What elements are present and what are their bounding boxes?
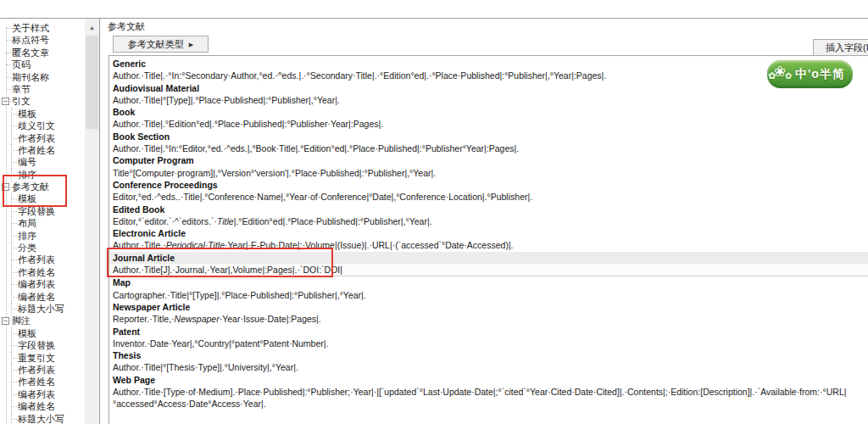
tree-tick: [6, 28, 11, 29]
sidebar-item-citation-sort-order[interactable]: 排序: [0, 169, 85, 181]
entry-type-label[interactable]: Computer Program: [113, 154, 860, 166]
tree-tick: [11, 259, 17, 260]
sidebar-item-footnote-title-capitalization[interactable]: 标题大小写: [0, 413, 85, 424]
template-entry-audiovisual-material: Audiovisual MaterialAuthor.·Title|°[Type…: [113, 82, 860, 107]
tree-tick: [11, 272, 17, 273]
flower-icon: ✿: [768, 70, 776, 81]
sidebar-item-about-style[interactable]: 关于样式: [0, 22, 85, 34]
entry-template-text[interactable]: Inventor.·Date·Year|,°Country|°patent°Pa…: [113, 338, 860, 349]
entry-template-text[interactable]: Author.·Title·[Type·of·Medium].·Place·Pu…: [113, 386, 860, 410]
entry-template-text[interactable]: Author.·Title.·Periodical·Title·Year|·E-…: [113, 239, 860, 251]
sidebar-item-footnote-field-substitutions[interactable]: 字段替换: [0, 339, 85, 351]
entry-type-label[interactable]: Electronic Article: [113, 227, 860, 239]
sidebar-item-layout[interactable]: 布局: [0, 217, 85, 229]
sidebar-item-categories[interactable]: 分类: [0, 242, 85, 254]
sidebar-item-page-numbers[interactable]: 页码: [0, 59, 85, 70]
entry-template-text[interactable]: Author.·Title|.°In:°Editor,°ed.·^eds.|,°…: [113, 142, 860, 154]
sidebar-item-citation-templates[interactable]: 模板: [0, 108, 85, 120]
entry-type-label[interactable]: Web Page: [113, 374, 860, 386]
sidebar-item-label: 模板: [18, 109, 36, 119]
sidebar-item-label: 关于样式: [12, 23, 49, 33]
entry-type-label[interactable]: Book Section: [113, 131, 860, 142]
sidebar-item-punctuation[interactable]: 标点符号: [0, 34, 85, 46]
sidebar-item-footnote-author-name[interactable]: 作者姓名: [0, 376, 85, 388]
template-entry-book-section: Book SectionAuthor.·Title|.°In:°Editor,°…: [113, 131, 860, 155]
sidebar-item-bibliography-sort-order[interactable]: 排序: [0, 230, 85, 242]
sidebar-item-ambiguous-citations[interactable]: 歧义引文: [0, 120, 85, 131]
sidebar-item-label: 排序: [18, 231, 36, 241]
entry-template-text[interactable]: Cartographer.·Title|°[Type]|.°Place·Publ…: [113, 289, 860, 301]
collapse-icon[interactable]: −: [2, 317, 9, 325]
tree-tick: [11, 345, 17, 346]
reference-types-button-label: 参考文献类型: [128, 39, 184, 49]
sidebar-item-label: 参考文献: [12, 181, 49, 192]
sidebar-item-footnote-author-lists[interactable]: 作者列表: [0, 364, 85, 376]
sidebar-item-anonymous-works[interactable]: 匿名文章: [0, 47, 85, 59]
sidebar-item-label: 脚注: [12, 315, 31, 326]
sidebar-item-bibliography-editor-name[interactable]: 编者姓名: [0, 291, 85, 303]
entry-template-text[interactable]: Author.·Title|.°Edition°ed|.°Place·Publi…: [113, 118, 860, 130]
scroll-up-icon[interactable]: ▲: [85, 20, 99, 35]
sidebar-item-journal-names[interactable]: 期刊名称: [0, 71, 85, 83]
sidebar-scrollbar[interactable]: ▲: [85, 19, 99, 424]
entry-type-label[interactable]: Patent: [113, 326, 860, 338]
entry-template-text[interactable]: Author.·Title|°[Thesis·Type]|.°Universit…: [113, 361, 860, 373]
entry-type-label[interactable]: Book: [113, 106, 860, 118]
sidebar-item-footnote-editor-name[interactable]: 编者姓名: [0, 400, 85, 412]
entry-type-label[interactable]: Journal Article: [109, 252, 868, 264]
sidebar-tree: 关于样式标点符号匿名文章页码期刊名称章节−引文模板歧义引文作者列表作者姓名编号排…: [0, 22, 85, 424]
entry-template-text[interactable]: Editor,°ed.·^eds..·Title|.°Conference·Na…: [113, 191, 860, 203]
entry-type-label[interactable]: Map: [113, 276, 860, 288]
entry-type-label[interactable]: Newspaper Article: [113, 301, 860, 313]
sidebar-item-bibliography[interactable]: −参考文献: [0, 181, 85, 192]
sidebar-item-bibliography-author-lists[interactable]: 作者列表: [0, 254, 85, 265]
entry-template-text[interactable]: Editor,°`editor.`·^`editors.`·Title|.°Ed…: [113, 215, 860, 227]
sidebar-item-label: 匿名文章: [12, 47, 49, 58]
sidebar-item-label: 作者姓名: [18, 267, 55, 277]
sidebar-item-label: 编者姓名: [18, 401, 55, 411]
sidebar-item-label: 模板: [18, 328, 36, 338]
entry-template-text[interactable]: Title°[Computer·program]|,°Version°'vers…: [113, 167, 860, 179]
sidebar-item-citation-author-lists[interactable]: 作者列表: [0, 132, 85, 144]
insert-field-button[interactable]: 插入字段(I: [813, 39, 868, 56]
template-entry-book: BookAuthor.·Title|.°Edition°ed|.°Place·P…: [113, 106, 860, 131]
sidebar-item-citation-author-name[interactable]: 作者姓名: [0, 144, 85, 156]
sidebar-item-field-substitutions[interactable]: 字段替换: [0, 205, 85, 217]
watermark-logo: ❀ ✿ ✿ 中'o半简: [767, 60, 853, 88]
scrollbar-thumb[interactable]: [86, 36, 98, 129]
tree-tick: [11, 248, 17, 248]
template-entry-patent: PatentInventor.·Date·Year|,°Country|°pat…: [113, 326, 860, 350]
sidebar-item-bibliography-templates[interactable]: 模板: [0, 192, 85, 204]
sidebar-item-bibliography-author-name[interactable]: 作者姓名: [0, 266, 85, 278]
sidebar-item-title-capitalization[interactable]: 标题大小写: [0, 303, 85, 315]
entry-type-label[interactable]: Conference Proceedings: [113, 179, 860, 191]
entry-type-label[interactable]: Generic: [113, 58, 860, 70]
entry-type-label[interactable]: Edited Book: [113, 204, 860, 215]
sidebar-item-sections[interactable]: 章节: [0, 83, 85, 95]
window-content: 关于样式标点符号匿名文章页码期刊名称章节−引文模板歧义引文作者列表作者姓名编号排…: [0, 18, 868, 424]
sidebar-item-label: 作者姓名: [18, 145, 55, 155]
sidebar-item-footnote-templates[interactable]: 模板: [0, 327, 85, 339]
entry-type-label[interactable]: Thesis: [113, 349, 860, 361]
entry-template-text[interactable]: Reporter.·Title,·Newspaper·Year·Issue·Da…: [113, 313, 860, 325]
sidebar-item-numbering[interactable]: 编号: [0, 156, 85, 168]
entry-template-text[interactable]: Author.·Title|.·°In:°Secondary·Author,°e…: [113, 70, 860, 81]
template-entry-computer-program: Computer ProgramTitle°[Computer·program]…: [113, 154, 860, 179]
template-entry-journal-article: Journal ArticleAuthor.·Title[J].·Journal…: [109, 252, 868, 277]
sidebar-item-citations[interactable]: −引文: [0, 95, 85, 107]
sidebar-item-footnote-editor-lists[interactable]: 编者列表: [0, 388, 85, 400]
entry-type-label[interactable]: Audiovisual Material: [113, 82, 860, 94]
reference-types-button[interactable]: 参考文献类型▶: [113, 36, 209, 53]
sidebar-item-repeated-citations[interactable]: 重复引文: [0, 352, 85, 364]
insert-field-button-label: 插入字段(I: [826, 42, 868, 53]
sidebar-item-footnotes[interactable]: −脚注: [0, 315, 85, 326]
menu-arrow-icon: ▶: [189, 42, 193, 47]
collapse-icon[interactable]: −: [2, 183, 9, 191]
tree-tick: [6, 77, 11, 78]
entry-template-text[interactable]: Author.·Title[J].·Journal,·Year|,Volume|…: [109, 264, 868, 276]
entry-template-text[interactable]: Author.·Title|°[Type]|.°Place·Published|…: [113, 94, 860, 106]
tree-tick: [6, 89, 11, 90]
sidebar-item-label: 模板: [18, 193, 36, 204]
collapse-icon[interactable]: −: [2, 98, 9, 105]
sidebar-item-bibliography-editor-lists[interactable]: 编者列表: [0, 278, 85, 290]
